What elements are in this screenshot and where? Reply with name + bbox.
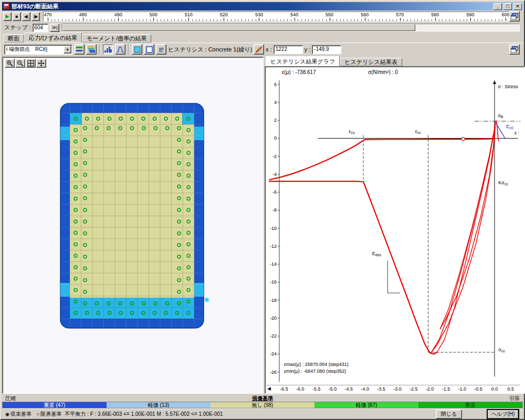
ruler-tick (333, 19, 333, 21)
svg-text:εcc: εcc (415, 129, 422, 134)
y-input[interactable]: -149.9 (312, 45, 341, 54)
ruler-tick (93, 19, 94, 21)
svg-text:-20: -20 (270, 316, 277, 321)
ruler-tick (185, 19, 186, 21)
outline-view-icon[interactable] (144, 44, 154, 55)
play-button[interactable]: ▶ (3, 12, 12, 21)
window-layout-button[interactable] (509, 11, 520, 22)
pen-slash-icon[interactable] (254, 44, 264, 55)
step-forward-button[interactable]: |▶ (32, 12, 40, 21)
ruler-tick (203, 19, 203, 21)
tab-main-0[interactable]: 断面 (3, 34, 24, 43)
ruler-tick (295, 18, 295, 21)
radio-limit[interactable]: ○限界基準 (37, 411, 61, 418)
toolbar-separator (99, 45, 100, 54)
ruler-tick (361, 19, 362, 21)
section-cross-section (3, 57, 263, 393)
ruler-tick (330, 18, 330, 21)
ruler-tick (125, 19, 126, 21)
ruler-tick (386, 19, 386, 21)
close-button[interactable]: ✕ (513, 3, 522, 10)
pan-icon[interactable] (36, 59, 46, 68)
close-dialog-button[interactable]: 閉じる (436, 410, 462, 419)
ruler-tick (277, 19, 277, 21)
ruler-tick (340, 19, 341, 21)
frame-ruler[interactable]: 4704804905005105205305405505605705805906… (43, 12, 510, 22)
ruler-tick (266, 19, 267, 21)
ruler-tick (111, 19, 112, 21)
svg-text:σB: σB (498, 113, 503, 119)
help-button[interactable]: ヘルプ(H) (487, 410, 519, 419)
ruler-tick (368, 19, 369, 21)
ruler-tick (259, 18, 259, 21)
ruler-tick (174, 19, 175, 21)
ruler-number: 500 (150, 12, 158, 17)
stop-button[interactable]: ■ (13, 12, 21, 21)
tab-main-2[interactable]: モーメント/曲率の結果 (82, 34, 151, 43)
fit-view-icon[interactable] (26, 59, 36, 68)
ruler-tick (227, 19, 228, 21)
tab-graph-1[interactable]: ヒステリシス結果表 (340, 58, 402, 66)
x-tick-label: -1.5 (438, 386, 453, 392)
radio-convergence[interactable]: ◉収束基準 (5, 411, 32, 418)
title-bar: 部材93の断面結果 _ □ ✕ (2, 2, 523, 10)
minimize-button[interactable]: _ (494, 3, 502, 10)
section-panel (2, 57, 264, 394)
combo-dropdown-icon[interactable]: ▼ (64, 46, 71, 54)
ruler-number: 580 (431, 12, 439, 17)
svg-text:Kσcc: Kσcc (498, 180, 508, 186)
profile-chart-icon[interactable] (115, 44, 125, 55)
svg-text:εmin(μ) : -6847.080 (step352): εmin(μ) : -6847.080 (step352) (284, 369, 346, 374)
graph-panel: ヒステリシス結果グラフヒステリシス結果表 ε(μ) : -738.617 σ(N… (265, 57, 525, 394)
x-axis-strip[interactable]: ◀ -6.5-6.0-5.5-5.0-4.5-4.0-3.5-3.0-2.5-2… (266, 385, 520, 393)
ruler-tick (390, 19, 390, 21)
scroll-left-icon[interactable]: ◀ (267, 386, 271, 391)
ruler-tick (477, 19, 478, 21)
ruler-tick (403, 19, 404, 21)
ruler-tick (464, 19, 464, 21)
ruler-tick (199, 19, 200, 21)
maximize-button[interactable]: □ (503, 3, 512, 10)
filled-view-icon[interactable] (132, 44, 142, 55)
ruler-number: 590 (466, 12, 474, 17)
histogram-icon[interactable] (103, 44, 113, 55)
ruler-tick (235, 19, 235, 21)
ruler-tick (326, 19, 327, 21)
ruler-tick (502, 19, 502, 21)
svg-text:-2: -2 (272, 154, 277, 159)
ruler-tick (171, 19, 172, 21)
ruler-tick (238, 19, 238, 21)
ip-icon[interactable]: IP (156, 44, 166, 55)
ruler-tick (178, 19, 178, 21)
x-input[interactable]: 1222 (274, 45, 303, 54)
ruler-tick (312, 19, 312, 21)
ruler-tick (90, 19, 90, 21)
tab-graph-0[interactable]: ヒステリシス結果グラフ (266, 56, 340, 66)
step-input[interactable]: 604 (33, 24, 48, 32)
ruler-tick (206, 19, 207, 21)
window-layout-button[interactable] (509, 44, 520, 55)
ruler-tick (435, 18, 436, 21)
ruler-tick (210, 19, 211, 21)
ruler-number: 480 (79, 12, 87, 17)
ruler-tick (506, 18, 506, 21)
ruler-tick (182, 19, 182, 21)
zoom-out-icon[interactable] (15, 59, 25, 68)
ruler-tick (284, 19, 284, 21)
step-back-button[interactable]: ◀| (22, 12, 30, 21)
x-tick-label: -6.0 (293, 386, 308, 392)
series-colors-icon[interactable] (74, 44, 85, 55)
to-end-button[interactable]: ≫| (50, 24, 59, 32)
ruler-tick (69, 19, 69, 21)
tab-main-1[interactable]: 応力/ひずみの結果 (24, 33, 82, 43)
zoom-in-icon[interactable] (5, 59, 15, 68)
scrollbar-thumb[interactable] (62, 24, 415, 31)
ruler-number: 570 (396, 12, 404, 17)
ruler-tick (456, 19, 457, 21)
frame-scrollbar[interactable] (62, 24, 520, 32)
svg-text:-14: -14 (270, 261, 277, 267)
ruler-tick (114, 19, 115, 21)
node-type-combo[interactable]: i 端側節点 RC柱 ▼ (4, 45, 72, 55)
layers-icon[interactable] (86, 44, 97, 55)
status-bar: ◉収束基準○限界基準 不平衡力 : F : 3.66E-003 <= 1.00E… (2, 408, 523, 419)
